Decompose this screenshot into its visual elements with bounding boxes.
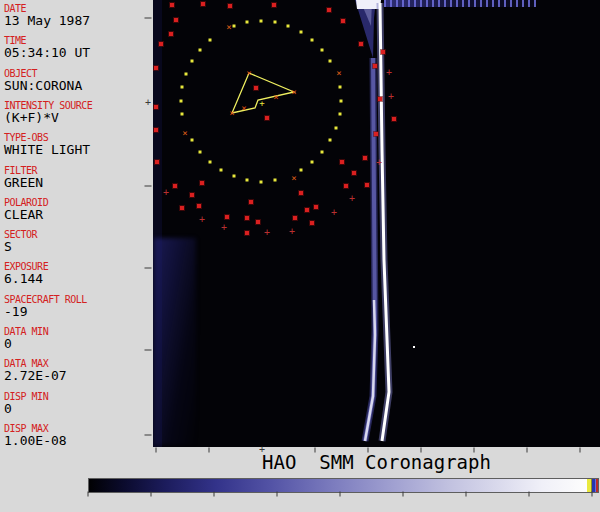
metadata-field: DATE 13 May 1987 — [4, 3, 152, 28]
field-label: SECTOR — [4, 229, 152, 240]
field-value: -19 — [4, 305, 152, 319]
metadata-field: TIME 05:34:10 UT — [4, 35, 152, 60]
field-value: 0 — [4, 402, 152, 416]
field-value: CLEAR — [4, 208, 152, 222]
field-value: 2.72E-07 — [4, 369, 152, 383]
colorbar — [88, 478, 599, 493]
metadata-field: EXPOSURE 6.144 — [4, 261, 152, 286]
metadata-field: FILTER GREEN — [4, 165, 152, 190]
metadata-field: SECTOR S — [4, 229, 152, 254]
field-value: 05:34:10 UT — [4, 46, 152, 60]
pointing-polygon — [232, 73, 294, 113]
metadata-field: DATA MIN 0 — [4, 326, 152, 351]
field-value: SUN:CORONA — [4, 79, 152, 93]
field-label: DATA MIN — [4, 326, 152, 337]
coronagraph-image-display[interactable]: ++++++++++ ×××× ××××× + — [153, 0, 600, 447]
metadata-field: INTENSITY SOURCE (K+F)*V — [4, 100, 152, 125]
field-value: 6.144 — [4, 272, 152, 286]
image-overlay-graphics — [153, 0, 600, 447]
field-label: DISP MIN — [4, 391, 152, 402]
metadata-field: DISP MAX 1.00E-08 — [4, 423, 152, 448]
metadata-field: OBJECT SUN:CORONA — [4, 68, 152, 93]
field-value: S — [4, 240, 152, 254]
metadata-field: POLAROID CLEAR — [4, 197, 152, 222]
metadata-field: SPACECRAFT ROLL -19 — [4, 294, 152, 319]
metadata-sidebar: DATE 13 May 1987 TIME 05:34:10 UT OBJECT… — [0, 0, 153, 447]
field-value: 0 — [4, 337, 152, 351]
coronagraph-viewer-window: DATE 13 May 1987 TIME 05:34:10 UT OBJECT… — [0, 0, 600, 512]
field-value: WHITE LIGHT — [4, 143, 152, 157]
metadata-field: DATA MAX 2.72E-07 — [4, 358, 152, 383]
field-value: GREEN — [4, 176, 152, 190]
metadata-field: DISP MIN 0 — [4, 391, 152, 416]
field-value: 13 May 1987 — [4, 14, 152, 28]
metadata-field: TYPE-OBS WHITE LIGHT — [4, 132, 152, 157]
field-value: (K+F)*V — [4, 111, 152, 125]
field-value: 1.00E-08 — [4, 434, 152, 448]
page-title: HAO SMM Coronagraph — [153, 451, 600, 473]
